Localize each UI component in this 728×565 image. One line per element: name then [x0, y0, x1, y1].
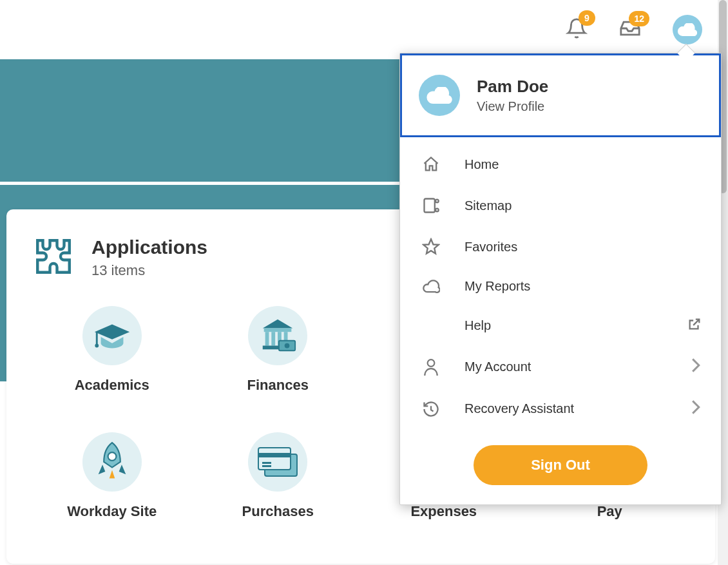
app-label: Academics [75, 377, 149, 394]
menu-item-help[interactable]: Help [400, 305, 721, 346]
inbox-badge: 12 [629, 11, 649, 26]
menu-item-favorites[interactable]: Favorites [400, 226, 721, 267]
svg-point-11 [108, 452, 116, 461]
star-icon [419, 238, 443, 256]
puzzle-icon [32, 235, 75, 280]
view-profile-link[interactable]: Pam Doe View Profile [400, 53, 721, 137]
svg-point-24 [436, 200, 439, 203]
svg-rect-3 [265, 332, 269, 345]
menu-label: Help [465, 318, 687, 333]
svg-rect-14 [258, 453, 291, 457]
history-icon [419, 400, 443, 418]
notifications-badge: 9 [579, 10, 595, 26]
svg-point-1 [95, 344, 99, 348]
home-icon [419, 155, 443, 173]
app-label: Purchases [242, 503, 314, 520]
svg-point-9 [285, 343, 290, 349]
app-tile-academics[interactable]: Academics [32, 306, 192, 394]
svg-point-25 [436, 209, 439, 212]
menu-label: Recovery Assistant [465, 401, 690, 416]
profile-avatar-button[interactable] [673, 15, 702, 44]
cloud-icon [673, 15, 702, 44]
menu-label: Sitemap [465, 198, 702, 213]
menu-label: Favorites [465, 240, 702, 254]
menu-label: Home [465, 157, 702, 172]
svg-rect-0 [96, 332, 98, 344]
sign-out-button[interactable]: Sign Out [474, 445, 647, 485]
app-tile-finances[interactable]: Finances [198, 306, 358, 394]
profile-name: Pam Doe [477, 77, 548, 97]
profile-menu: Pam Doe View Profile Home Sitemap Favori… [399, 53, 722, 505]
person-icon [419, 358, 443, 376]
menu-item-my-account[interactable]: My Account [400, 346, 721, 388]
app-tile-purchases[interactable]: Purchases [198, 432, 358, 520]
app-tile-workday-site[interactable]: Workday Site [32, 432, 192, 520]
credit-card-icon [248, 432, 307, 492]
menu-item-recovery-assistant[interactable]: Recovery Assistant [400, 388, 721, 430]
notifications-button[interactable]: 9 [566, 17, 588, 43]
svg-rect-2 [264, 328, 292, 332]
bank-icon [248, 306, 307, 365]
svg-rect-16 [262, 465, 271, 467]
applications-title: Applications [91, 236, 207, 258]
app-label: Pay [597, 503, 622, 520]
cloud-icon [419, 280, 443, 294]
graduation-cap-icon [82, 306, 142, 365]
app-label: Expenses [410, 503, 477, 520]
inbox-button[interactable]: 12 [618, 17, 642, 42]
top-bar: 9 12 [0, 0, 728, 59]
external-link-icon [687, 317, 702, 334]
svg-rect-23 [425, 199, 435, 213]
menu-item-home[interactable]: Home [400, 144, 721, 185]
app-label: Workday Site [67, 503, 157, 520]
svg-rect-4 [272, 332, 276, 345]
applications-subtitle: 13 items [91, 262, 207, 279]
menu-label: My Account [465, 359, 690, 374]
view-profile-label: View Profile [477, 99, 548, 114]
menu-item-my-reports[interactable]: My Reports [400, 267, 721, 305]
sitemap-icon [419, 196, 443, 215]
svg-rect-15 [262, 462, 271, 464]
cloud-icon [419, 75, 460, 116]
chevron-right-icon [690, 358, 702, 376]
svg-marker-26 [423, 239, 438, 253]
menu-item-sitemap[interactable]: Sitemap [400, 185, 721, 226]
svg-point-27 [428, 359, 435, 367]
menu-label: My Reports [465, 279, 702, 294]
app-label: Finances [247, 377, 309, 394]
chevron-right-icon [690, 399, 702, 418]
rocket-icon [82, 432, 142, 492]
